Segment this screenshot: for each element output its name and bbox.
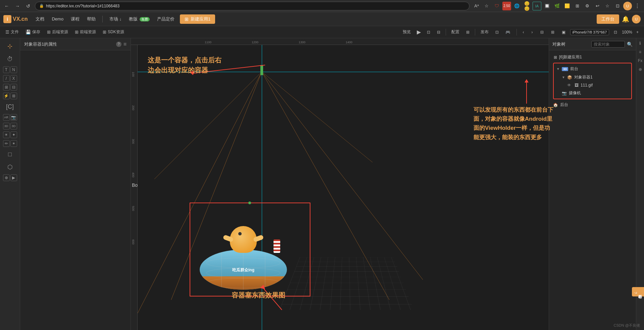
browser-icon-6[interactable]: 🌿 — [553, 2, 561, 10]
right-info-btn[interactable]: ℹ — [638, 40, 642, 47]
nav-course[interactable]: 课程 — [67, 15, 83, 23]
browser-star-icon[interactable]: ☆ — [482, 2, 491, 10]
browser-refresh-btn[interactable]: ↺ — [24, 2, 32, 10]
canvas-viewport[interactable]: 吃瓜群众ing 这 — [138, 45, 549, 330]
tree-search-icon[interactable]: 🔍 — [627, 42, 633, 47]
browser-icon-3[interactable]: 🌐 — [512, 2, 521, 10]
toolbar-sdk[interactable]: ⊞ SDK资源 — [100, 28, 127, 36]
browser-icon-8[interactable]: ⊞ — [573, 2, 582, 10]
sidebar-box-btn[interactable]: □ — [3, 148, 17, 160]
nav-right-btn[interactable]: › — [529, 29, 536, 36]
nav-edu[interactable]: 教版 免费 — [126, 15, 153, 23]
browser-back-btn[interactable]: ← — [3, 2, 11, 10]
tree-root-item[interactable]: ⊞ [6]新建应用1 — [552, 53, 633, 61]
sidebar-c-btn[interactable]: [C] — [3, 101, 17, 113]
sidebar-magic-btn[interactable]: ✦ — [10, 131, 17, 138]
preview-btn[interactable]: 预览 — [400, 28, 413, 36]
nav-market[interactable]: 市场 ↓ — [106, 15, 125, 23]
toolbar-frontend[interactable]: ⊞ 前端资源 — [72, 28, 99, 36]
browser-icon-4[interactable]: 😊😊 — [523, 2, 531, 10]
browser-avatar[interactable]: U — [623, 2, 632, 10]
nav-pricing[interactable]: 产品定价 — [154, 15, 178, 23]
sidebar-video-btn[interactable]: ▶ — [10, 174, 17, 181]
sidebar-timer-btn[interactable]: ⏱ — [3, 53, 17, 65]
sidebar-cursor-btn[interactable]: ⊹ — [3, 40, 17, 52]
device-selector[interactable]: iPhone6/7/8 375*667 — [570, 29, 609, 35]
sidebar-3d2-btn[interactable]: 3D — [10, 123, 17, 129]
props-menu-icon[interactable]: ≡ — [123, 41, 127, 47]
app-title: 新建应用1 — [191, 16, 210, 22]
notification-bell-icon[interactable]: 🔔 — [622, 15, 629, 23]
publish-btn[interactable]: 发布 — [478, 28, 491, 36]
publish-icon-1[interactable]: ⊡ — [493, 29, 501, 36]
sidebar-dots-btn[interactable]: ⊕ — [3, 174, 10, 181]
tree-item-gif[interactable]: 👁 🖼 111.gif — [555, 81, 630, 89]
sidebar-n-btn[interactable]: N — [10, 66, 17, 73]
tree-item-backend[interactable]: 🏠 后台 — [552, 101, 633, 109]
props-help-btn[interactable]: ? — [116, 42, 121, 47]
browser-shield-icon[interactable]: 🛡 — [492, 2, 501, 10]
tree-item-camera[interactable]: 📷 摄像机 — [555, 89, 630, 97]
fullscreen-icon[interactable]: ⊡ — [611, 29, 620, 36]
right-fx-btn[interactable]: Fx — [637, 57, 644, 64]
preview-icon-1[interactable]: ⊡ — [424, 29, 433, 36]
layout-icon-3[interactable]: ▣ — [559, 29, 568, 36]
sidebar-ar-btn[interactable]: AR — [3, 114, 10, 121]
preview-icon-2[interactable]: ⊟ — [434, 29, 443, 36]
play-icon[interactable]: ▶ — [415, 28, 423, 36]
sidebar-sun-btn[interactable]: ☀ — [3, 131, 10, 138]
sidebar-t-btn[interactable]: T — [3, 66, 10, 73]
toolbar-save[interactable]: 💾 保存 — [23, 28, 43, 36]
config-btn[interactable]: 配置 — [449, 28, 462, 36]
browser-download-icon[interactable]: ⊡ — [613, 2, 622, 10]
browser-forward-btn[interactable]: → — [13, 2, 21, 10]
sidebar-pen-btn[interactable]: ✏ — [3, 140, 10, 147]
user-avatar[interactable]: U — [632, 15, 641, 23]
nav-left-btn[interactable]: ‹ — [520, 29, 527, 36]
toolbar-file[interactable]: ☰ 文件 — [3, 28, 21, 36]
cylinder-icon: ⬡ — [7, 163, 13, 171]
sidebar-slash-btn[interactable]: / — [3, 75, 10, 82]
browser-url-bar[interactable]: 🔒 https://editor.ivx.cn/?tutorial=1#1106… — [35, 2, 469, 10]
sidebar-cylinder-btn[interactable]: ⬡ — [3, 161, 17, 173]
publish-icon-2[interactable]: 🎮 — [503, 29, 513, 36]
nav-docs[interactable]: 文档 — [32, 15, 48, 23]
browser-icon-7[interactable]: 🟨 — [563, 2, 572, 10]
browser-bookmark-icon[interactable]: ☆ — [603, 2, 612, 10]
sidebar-ref2-btn[interactable]: ⊞ — [10, 93, 17, 99]
browser-icon-1[interactable]: Aᵃ — [472, 2, 481, 10]
nav-demo[interactable]: Demo — [48, 15, 67, 23]
browser-menu-icon[interactable]: ⋮ — [633, 3, 641, 9]
sidebar-grid2-btn[interactable]: ⊟ — [10, 84, 17, 91]
right-menu-btn[interactable]: ≡ — [638, 48, 643, 56]
browser-history-icon[interactable]: ↩ — [593, 2, 602, 10]
browser-icon-2[interactable]: 2.50 — [502, 2, 511, 10]
eye-icon[interactable]: 👁 — [567, 83, 571, 88]
zoom-plus-btn[interactable]: + — [634, 29, 641, 36]
help-center-button[interactable]: 帮助中心 ? — [632, 287, 644, 296]
workbench-button[interactable]: 工作台 — [597, 14, 619, 24]
browser-icon-5[interactable]: 🔲 — [543, 2, 551, 10]
layout-icon-1[interactable]: ⊟ — [538, 29, 546, 36]
sidebar-ref1-btn[interactable]: ⚡ — [3, 93, 10, 99]
browser-settings-icon[interactable]: ⚙ — [583, 2, 592, 10]
app-logo[interactable]: i VX.cn — [3, 15, 28, 23]
sidebar-cam-btn[interactable]: 📷 — [10, 114, 17, 121]
backend-icon: ⊞ — [47, 30, 51, 35]
tree-item-container1[interactable]: ▼ 📦 对象容器1 — [555, 73, 630, 81]
app-title-tab[interactable]: ⊞ 新建应用1 — [180, 14, 215, 24]
canvas-area[interactable]: 1100 1200 1300 1400 100 200 300 400 500 … — [131, 38, 549, 330]
browser-icon-ia[interactable]: IA — [533, 2, 541, 10]
nav-help[interactable]: 帮助 — [84, 15, 99, 23]
sidebar-x-btn[interactable]: X — [10, 75, 17, 82]
config-icon[interactable]: ⊞ — [463, 29, 472, 36]
sidebar-3d1-btn[interactable]: 3D — [3, 123, 10, 129]
sidebar-sparkle-btn[interactable]: ✴ — [10, 140, 17, 147]
toolbar-backend[interactable]: ⊞ 后端资源 — [44, 28, 71, 36]
sidebar-grid1-btn[interactable]: ⊞ — [3, 84, 10, 91]
layout-icon-2[interactable]: ⊞ — [548, 29, 557, 36]
object-tree-search[interactable] — [591, 41, 625, 48]
right-add-btn[interactable]: ⊕ — [637, 66, 643, 73]
tree-camera-label: 摄像机 — [569, 90, 581, 96]
tree-item-3d-stage[interactable]: ▼ 3D 前台 — [555, 65, 630, 73]
